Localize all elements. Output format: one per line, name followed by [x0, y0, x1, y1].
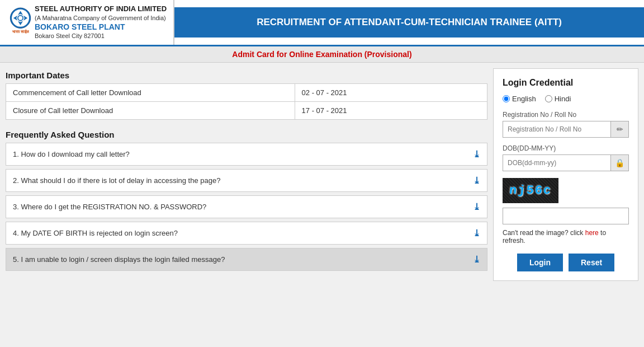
reg-input-group: ✏	[503, 121, 629, 138]
sail-logo-icon: भारत साईल	[7, 7, 35, 37]
header-text-block: STEEL AUTHORITY OF INDIA LIMITED (A Maha…	[35, 4, 167, 40]
reg-edit-icon[interactable]: ✏	[610, 121, 628, 137]
english-option[interactable]: English	[503, 95, 536, 103]
captcha-input[interactable]	[503, 208, 629, 224]
admit-banner-text: Admit Card for Online Examination (Provi…	[232, 50, 411, 59]
plant-name: BOKARO STEEL PLANT	[35, 22, 167, 32]
login-panel: Login Credential English Hindi Registrat…	[493, 68, 638, 281]
hindi-label: Hindi	[555, 95, 571, 103]
svg-text:भारत साईल: भारत साईल	[12, 30, 29, 35]
captcha-refresh-link[interactable]: here	[585, 229, 599, 237]
faq-question: 3. Where do I get the REGISTRATION NO. &…	[13, 203, 206, 211]
date-value: 02 - 07 - 2021	[295, 83, 487, 101]
reg-label: Registration No / Roll No	[503, 111, 629, 119]
page-header: भारत साईल STEEL AUTHORITY OF INDIA LIMIT…	[0, 0, 644, 46]
captcha-text: nj56c	[509, 184, 552, 198]
main-content: Important Dates Commencement of Call let…	[0, 63, 644, 287]
faq-question: 5. I am unable to login / screen display…	[13, 255, 225, 264]
table-row: Commencement of Call letter Download 02 …	[6, 83, 487, 101]
dob-input[interactable]	[503, 155, 610, 171]
company-subtitle: (A Maharatna Company of Government of In…	[35, 14, 167, 22]
date-value: 17 - 07 - 2021	[295, 101, 487, 119]
plant-address: Bokaro Steel City 827001	[35, 32, 167, 40]
reset-button[interactable]: Reset	[569, 254, 614, 271]
english-label: English	[512, 95, 536, 103]
faq-item[interactable]: 2. What should I do if there is lot of d…	[6, 169, 487, 192]
chevron-down-icon: ⤓	[473, 175, 480, 186]
login-title: Login Credential	[503, 78, 629, 88]
chevron-down-icon: ⤓	[473, 228, 480, 238]
date-label: Commencement of Call letter Download	[6, 83, 295, 101]
left-panel: Important Dates Commencement of Call let…	[6, 68, 487, 274]
svg-point-3	[18, 16, 22, 20]
login-button[interactable]: Login	[517, 254, 563, 271]
captcha-image: nj56c	[503, 178, 558, 203]
hindi-radio[interactable]	[545, 95, 552, 102]
faq-question: 1. How do I download my call letter?	[13, 150, 130, 158]
chevron-down-icon: ⤓	[473, 149, 480, 160]
table-row: Closure of Call letter Download 17 - 07 …	[6, 101, 487, 119]
admit-banner: Admit Card for Online Examination (Provi…	[0, 46, 644, 63]
reg-input[interactable]	[503, 121, 610, 137]
hindi-option[interactable]: Hindi	[545, 95, 571, 103]
faq-item[interactable]: 5. I am unable to login / screen display…	[6, 248, 487, 271]
important-dates-title: Important Dates	[6, 71, 487, 80]
captcha-refresh-prefix: Can't read the image? click	[503, 229, 585, 237]
logo-section: भारत साईल STEEL AUTHORITY OF INDIA LIMIT…	[0, 0, 174, 45]
faq-question: 4. My DATE OF BIRTH is rejected on login…	[13, 229, 178, 237]
chevron-down-icon: ⤓	[473, 201, 480, 212]
faq-item[interactable]: 4. My DATE OF BIRTH is rejected on login…	[6, 222, 487, 245]
language-options: English Hindi	[503, 95, 629, 103]
dob-lock-icon[interactable]: 🔒	[610, 155, 628, 171]
login-buttons: Login Reset	[503, 254, 629, 271]
chevron-down-icon: ⤓	[473, 254, 480, 265]
faq-item[interactable]: 3. Where do I get the REGISTRATION NO. &…	[6, 195, 487, 218]
faq-list: 1. How do I download my call letter? ⤓ 2…	[6, 143, 487, 271]
dob-label: DOB(DD-MM-YY)	[503, 144, 629, 152]
faq-title: Frequently Asked Question	[6, 130, 487, 139]
english-radio[interactable]	[503, 95, 510, 102]
dob-input-group: 🔒	[503, 154, 629, 171]
company-name: STEEL AUTHORITY OF INDIA LIMITED	[35, 4, 167, 14]
faq-question: 2. What should I do if there is lot of d…	[13, 176, 220, 185]
faq-item[interactable]: 1. How do I download my call letter? ⤓	[6, 143, 487, 166]
important-dates-table: Commencement of Call letter Download 02 …	[6, 83, 487, 120]
date-label: Closure of Call letter Download	[6, 101, 295, 119]
captcha-refresh-text: Can't read the image? click here to refr…	[503, 229, 629, 245]
recruitment-title: RECRUITMENT OF ATTENDANT-CUM-TECHNICIAN …	[174, 7, 644, 37]
